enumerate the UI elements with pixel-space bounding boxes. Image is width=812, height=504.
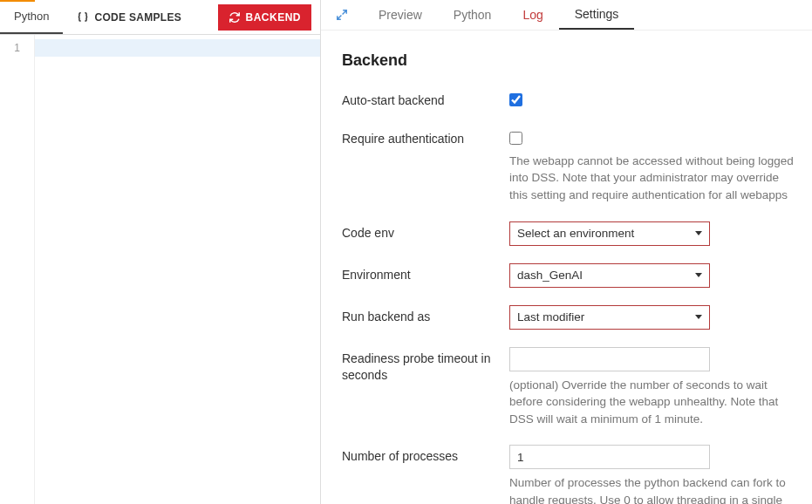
label-require-auth: Require authentication	[342, 127, 509, 148]
braces-icon	[77, 11, 89, 24]
help-require-auth: The webapp cannot be accessed without be…	[509, 153, 795, 204]
backend-button[interactable]: BACKEND	[218, 4, 312, 31]
label-code-env: Code env	[342, 221, 509, 242]
right-tabs: Preview Python Log Settings	[321, 0, 812, 31]
select-environment-value: dash_GenAI	[517, 269, 583, 282]
chevron-down-icon	[695, 315, 702, 319]
tab-python-right[interactable]: Python	[438, 0, 508, 30]
input-processes[interactable]	[509, 445, 710, 469]
code-area[interactable]	[35, 35, 320, 504]
tab-preview[interactable]: Preview	[363, 0, 438, 30]
help-readiness: (optional) Override the number of second…	[509, 377, 795, 428]
select-environment[interactable]: dash_GenAI	[509, 263, 710, 288]
tab-python-left[interactable]: Python	[0, 0, 63, 34]
label-environment: Environment	[342, 263, 509, 284]
label-auto-start: Auto-start backend	[342, 89, 509, 110]
label-readiness: Readiness probe timeout in seconds	[342, 347, 509, 385]
tab-log[interactable]: Log	[507, 0, 558, 30]
help-processes: Number of processes the python backend c…	[509, 474, 795, 504]
left-tabs: Python CODE SAMPLES BACKEND	[0, 0, 320, 35]
select-run-as[interactable]: Last modifier	[509, 305, 710, 330]
expand-button[interactable]	[328, 1, 356, 29]
left-panel: Python CODE SAMPLES BACKEND 1	[0, 0, 321, 504]
active-line	[35, 39, 320, 57]
select-code-env-value: Select an environment	[517, 227, 634, 240]
tab-settings[interactable]: Settings	[559, 0, 635, 30]
select-code-env[interactable]: Select an environment	[509, 221, 710, 246]
chevron-down-icon	[695, 273, 702, 277]
settings-title: Backend	[342, 51, 795, 70]
label-processes: Number of processes	[342, 445, 509, 466]
right-panel: Preview Python Log Settings Backend Auto…	[321, 0, 812, 504]
line-number: 1	[0, 39, 34, 57]
input-readiness[interactable]	[509, 347, 710, 371]
checkbox-auto-start[interactable]	[509, 93, 522, 106]
code-editor[interactable]: 1	[0, 35, 320, 504]
tab-code-samples[interactable]: CODE SAMPLES	[63, 0, 195, 34]
label-run-as: Run backend as	[342, 305, 509, 326]
select-run-as-value: Last modifier	[517, 310, 584, 324]
code-samples-label: CODE SAMPLES	[94, 11, 181, 24]
checkbox-require-auth[interactable]	[509, 132, 522, 145]
settings-body: Backend Auto-start backend Require authe…	[321, 31, 812, 504]
gutter: 1	[0, 35, 35, 504]
refresh-icon	[229, 11, 241, 24]
chevron-down-icon	[695, 231, 702, 235]
backend-button-label: BACKEND	[246, 11, 302, 24]
expand-icon	[336, 9, 348, 21]
